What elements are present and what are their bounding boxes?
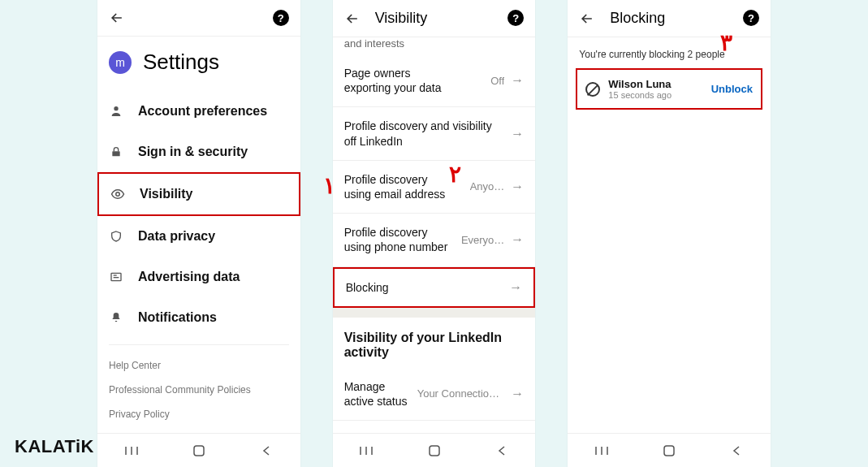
bell-icon: [109, 310, 123, 325]
android-navbar: [568, 433, 771, 467]
nav-back-icon[interactable]: [493, 442, 511, 460]
menu-account-preferences[interactable]: Account preferences: [97, 91, 300, 132]
svg-rect-9: [194, 446, 204, 456]
menu-label: Data privacy: [138, 229, 215, 244]
screen-settings: ? m Settings Account preferences Sign in…: [97, 0, 300, 467]
header: ?: [97, 0, 300, 37]
menu-label: Notifications: [138, 310, 217, 325]
row-label: Blocking: [346, 280, 389, 295]
back-icon[interactable]: [109, 10, 125, 26]
menu-notifications[interactable]: Notifications: [97, 297, 300, 338]
page-title: Blocking: [610, 10, 665, 27]
header: Blocking ?: [568, 0, 771, 37]
blocked-user-card: Wilson Luna 15 seconds ago Unblock: [576, 68, 762, 110]
chevron-right-icon: →: [511, 127, 524, 141]
svg-rect-17: [664, 446, 674, 456]
nav-home-icon[interactable]: [190, 442, 208, 460]
menu-label: Account preferences: [138, 104, 267, 119]
row-value: Your Connections o…: [417, 387, 505, 400]
row-profile-discovery-email[interactable]: Profile discovery using email address An…: [333, 161, 536, 214]
back-icon[interactable]: [579, 11, 595, 27]
nav-back-icon[interactable]: [728, 442, 745, 460]
nav-recent-icon[interactable]: [123, 442, 140, 460]
footer-links: Help Center Professional Community Polic…: [109, 344, 289, 433]
row-label: Profile discovery using phone number: [344, 225, 458, 254]
menu-label: Sign in & security: [138, 145, 248, 159]
row-blocking[interactable]: Blocking →: [333, 267, 536, 308]
back-icon[interactable]: [344, 11, 361, 27]
avatar[interactable]: m: [109, 51, 132, 74]
screen-blocking: Blocking ? You're currently blocking 2 p…: [568, 0, 771, 467]
svg-point-2: [116, 192, 120, 197]
lock-icon: [109, 145, 123, 159]
blocked-icon: [585, 82, 600, 97]
page-title: Settings: [143, 50, 219, 75]
menu-signin-security[interactable]: Sign in & security: [97, 132, 300, 172]
menu-data-privacy[interactable]: Data privacy: [97, 216, 300, 257]
unblock-button[interactable]: Unblock: [711, 83, 753, 95]
android-navbar: [333, 433, 536, 467]
menu-label: Advertising data: [138, 270, 240, 284]
row-label: Manage active status: [344, 379, 417, 409]
chevron-right-icon: →: [511, 232, 524, 247]
cutoff-text: and interests: [333, 37, 536, 54]
person-icon: [109, 104, 123, 119]
settings-header: m Settings: [97, 37, 300, 91]
page-title: Visibility: [375, 10, 428, 27]
brand-watermark: KALATiK: [15, 436, 94, 457]
chevron-right-icon: →: [509, 280, 522, 295]
chevron-right-icon: →: [511, 179, 524, 194]
row-label: Page owners exporting your data: [344, 66, 458, 95]
eye-icon: [110, 187, 125, 201]
row-share-job-changes[interactable]: Share job changes, education changes, an…: [333, 421, 536, 433]
nav-recent-icon[interactable]: [357, 442, 375, 460]
row-value: Anyo…: [470, 180, 505, 192]
link-help-center[interactable]: Help Center: [109, 353, 289, 378]
link-privacy-policy[interactable]: Privacy Policy: [109, 402, 289, 426]
shield-icon: [109, 229, 123, 244]
android-navbar: [97, 433, 300, 467]
screen-visibility: Visibility ? and interests Page owners e…: [333, 0, 536, 467]
help-icon[interactable]: ?: [273, 10, 289, 26]
section-divider: [333, 308, 536, 318]
nav-home-icon[interactable]: [660, 442, 678, 460]
row-profile-discovery-off-linkedin[interactable]: Profile discovery and visibility off Lin…: [333, 107, 536, 160]
section-title: Visibility of your LinkedIn activity: [333, 318, 536, 368]
row-manage-active-status[interactable]: Manage active status Your Connections o……: [333, 368, 536, 421]
row-page-owners-export[interactable]: Page owners exporting your data Off →: [333, 54, 536, 107]
nav-home-icon[interactable]: [425, 442, 443, 460]
svg-rect-1: [112, 151, 119, 156]
row-value: Everyo…: [461, 234, 504, 246]
menu-advertising-data[interactable]: Advertising data: [97, 257, 300, 297]
help-icon[interactable]: ?: [507, 10, 524, 26]
blocking-count-message: You're currently blocking 2 people: [568, 37, 771, 68]
help-icon[interactable]: ?: [743, 10, 759, 26]
newspaper-icon: [109, 270, 123, 284]
chevron-right-icon: →: [511, 73, 524, 88]
blocked-user-info: Wilson Luna 15 seconds ago: [608, 78, 702, 100]
menu-visibility[interactable]: Visibility: [97, 172, 300, 216]
svg-rect-13: [430, 446, 439, 456]
link-accessibility[interactable]: Accessibility: [109, 426, 289, 433]
menu-label: Visibility: [140, 187, 193, 201]
chevron-right-icon: →: [511, 387, 524, 401]
row-label: Profile discovery and visibility off Lin…: [344, 119, 507, 148]
nav-recent-icon[interactable]: [593, 442, 611, 460]
row-profile-discovery-phone[interactable]: Profile discovery using phone number Eve…: [333, 214, 536, 266]
blocked-user-name: Wilson Luna: [608, 78, 702, 90]
nav-back-icon[interactable]: [257, 442, 275, 460]
row-label: Profile discovery using email address: [344, 172, 458, 201]
blocked-time: 15 seconds ago: [608, 90, 702, 100]
link-community-policies[interactable]: Professional Community Policies: [109, 378, 289, 402]
row-value: Off: [490, 75, 504, 87]
svg-point-0: [114, 106, 118, 110]
header: Visibility ?: [333, 0, 536, 37]
